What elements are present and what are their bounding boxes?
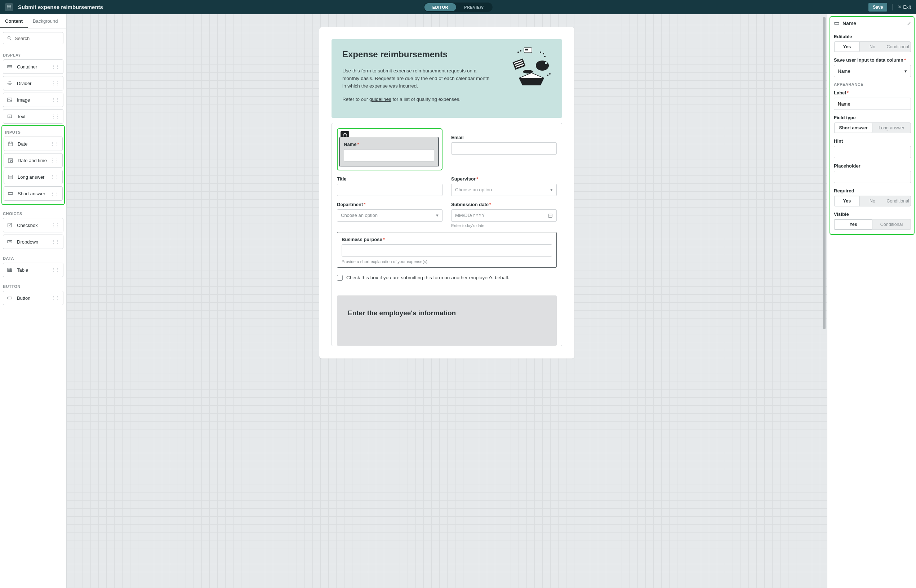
save-column-select[interactable]: Name ▾ bbox=[834, 65, 911, 77]
svg-line-4 bbox=[10, 39, 11, 40]
label-input[interactable] bbox=[834, 98, 911, 110]
mode-preview[interactable]: PREVIEW bbox=[456, 3, 491, 11]
svg-point-50 bbox=[520, 50, 522, 52]
short-answer-icon bbox=[8, 191, 14, 196]
grip-icon: ⋮⋮ bbox=[51, 64, 60, 69]
table-icon bbox=[7, 267, 13, 273]
cat-button: BUTTON bbox=[0, 279, 66, 291]
palette-label: Long answer bbox=[18, 174, 50, 180]
palette-checkbox[interactable]: Checkbox ⋮⋮ bbox=[3, 218, 63, 233]
app-icon bbox=[5, 3, 13, 11]
svg-point-48 bbox=[544, 56, 546, 57]
banner-illustration bbox=[508, 46, 555, 93]
canvas[interactable]: Expense reimbursements Use this form to … bbox=[67, 14, 827, 588]
save-button[interactable]: Save bbox=[868, 3, 887, 11]
palette-label: Table bbox=[17, 267, 51, 273]
exit-button[interactable]: ✕ Exit bbox=[898, 4, 911, 10]
visible-yes[interactable]: Yes bbox=[834, 220, 872, 229]
section-card[interactable]: Enter the employee's information bbox=[337, 296, 557, 346]
hint-input[interactable] bbox=[834, 146, 911, 158]
dropdown-icon bbox=[7, 239, 13, 245]
inputs-group-highlighted: INPUTS Date ⋮⋮ Date and time ⋮⋮ Long ans… bbox=[2, 125, 65, 205]
divider bbox=[337, 288, 557, 288]
purpose-hint: Provide a short explanation of your expe… bbox=[342, 259, 552, 264]
title-input[interactable] bbox=[337, 184, 443, 196]
grip-icon: ⋮⋮ bbox=[50, 157, 59, 163]
placeholder-label: Placeholder bbox=[834, 163, 911, 169]
search-input[interactable] bbox=[15, 36, 75, 41]
palette-date[interactable]: Date ⋮⋮ bbox=[3, 137, 63, 151]
selected-field-outline: Name* bbox=[337, 128, 443, 170]
svg-text:T: T bbox=[9, 115, 10, 118]
supervisor-select[interactable]: Choose an option ▾ bbox=[451, 184, 557, 196]
form-body: Name* Email Title bbox=[331, 123, 562, 346]
selected-name-field[interactable]: Name* bbox=[340, 137, 438, 167]
palette-button[interactable]: Button ⋮⋮ bbox=[3, 291, 63, 305]
form-card[interactable]: Expense reimbursements Use this form to … bbox=[319, 27, 574, 359]
svg-rect-55 bbox=[835, 23, 839, 24]
grip-icon: ⋮⋮ bbox=[51, 80, 60, 86]
palette-text[interactable]: T Text ⋮⋮ bbox=[3, 109, 63, 124]
date-icon bbox=[8, 141, 14, 147]
mode-editor[interactable]: EDITOR bbox=[425, 3, 456, 11]
palette-container[interactable]: Container ⋮⋮ bbox=[3, 60, 63, 74]
fieldtype-long[interactable]: Long answer bbox=[872, 123, 911, 133]
left-panel: Content Background DISPLAY Container ⋮⋮ … bbox=[0, 14, 67, 588]
email-input[interactable] bbox=[451, 142, 557, 155]
palette-short-answer[interactable]: Short answer ⋮⋮ bbox=[3, 186, 63, 201]
image-icon bbox=[7, 97, 13, 103]
tab-content[interactable]: Content bbox=[0, 14, 28, 28]
visible-conditional[interactable]: Conditional bbox=[872, 220, 911, 229]
save-column-label: Save user input to data column* bbox=[834, 57, 911, 63]
name-label: Name* bbox=[344, 142, 434, 147]
required-yes[interactable]: Yes bbox=[834, 196, 860, 206]
banner-paragraph-2: Refer to our guidelines for a list of qu… bbox=[342, 96, 494, 103]
editable-conditional[interactable]: Conditional bbox=[885, 42, 911, 52]
behalf-checkbox-row[interactable]: Check this box if you are submitting thi… bbox=[332, 273, 562, 286]
required-no[interactable]: No bbox=[860, 196, 885, 206]
search-box[interactable] bbox=[3, 32, 63, 44]
fieldtype-short[interactable]: Short answer bbox=[834, 123, 872, 133]
date-input[interactable]: MM/DD/YYYY bbox=[451, 209, 557, 221]
form-banner[interactable]: Expense reimbursements Use this form to … bbox=[331, 39, 562, 118]
tab-background[interactable]: Background bbox=[28, 14, 63, 28]
palette-image[interactable]: Image ⋮⋮ bbox=[3, 93, 63, 107]
required-conditional[interactable]: Conditional bbox=[885, 196, 911, 206]
container-icon bbox=[7, 64, 13, 69]
fieldtype-segmented: Short answer Long answer bbox=[834, 123, 911, 133]
selected-field-title: Name bbox=[842, 21, 903, 26]
department-select[interactable]: Choose an option ▾ bbox=[337, 209, 443, 221]
palette-divider[interactable]: Divider ⋮⋮ bbox=[3, 76, 63, 90]
cat-display: DISPLAY bbox=[0, 48, 66, 60]
purpose-input[interactable] bbox=[342, 244, 552, 257]
edit-icon[interactable] bbox=[906, 21, 911, 26]
chevron-down-icon: ▾ bbox=[905, 68, 907, 74]
banner-p2-pre: Refer to our bbox=[342, 97, 369, 102]
text-icon: T bbox=[7, 113, 13, 119]
svg-point-51 bbox=[547, 74, 548, 76]
palette-table[interactable]: Table ⋮⋮ bbox=[3, 263, 63, 277]
palette-label: Checkbox bbox=[17, 223, 51, 228]
canvas-scrollbar[interactable] bbox=[823, 17, 826, 585]
behalf-checkbox[interactable] bbox=[337, 275, 343, 281]
date-label: Submission date* bbox=[451, 202, 557, 207]
name-input[interactable] bbox=[344, 149, 434, 162]
editable-yes[interactable]: Yes bbox=[834, 42, 860, 52]
svg-point-35 bbox=[536, 61, 549, 71]
svg-point-49 bbox=[517, 52, 519, 53]
banner-p2-post: for a list of qualifying expenses. bbox=[391, 97, 460, 102]
business-purpose-container[interactable]: Business purpose* Provide a short explan… bbox=[337, 232, 557, 268]
palette-long-answer[interactable]: Long answer ⋮⋮ bbox=[3, 170, 63, 184]
date-placeholder: MM/DD/YYYY bbox=[455, 213, 485, 218]
palette-label: Short answer bbox=[18, 191, 50, 196]
svg-rect-28 bbox=[8, 268, 12, 271]
guidelines-link[interactable]: guidelines bbox=[369, 97, 391, 102]
palette-datetime[interactable]: Date and time ⋮⋮ bbox=[3, 153, 63, 168]
palette-dropdown[interactable]: Dropdown ⋮⋮ bbox=[3, 234, 63, 249]
editable-no[interactable]: No bbox=[860, 42, 885, 52]
save-column-value: Name bbox=[838, 68, 850, 74]
placeholder-input[interactable] bbox=[834, 171, 911, 183]
svg-rect-42 bbox=[525, 48, 528, 50]
divider-icon bbox=[7, 80, 13, 86]
scrollbar-thumb[interactable] bbox=[823, 17, 826, 329]
